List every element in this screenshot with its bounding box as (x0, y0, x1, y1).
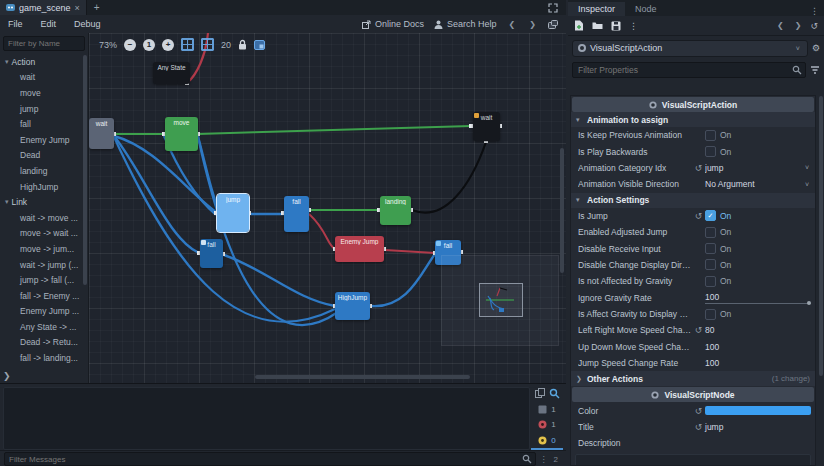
graph-node-fall-1[interactable]: fall (200, 239, 223, 268)
new-resource-icon[interactable] (574, 20, 584, 31)
tree-item[interactable]: wait (0, 70, 82, 86)
checkbox[interactable] (705, 243, 716, 254)
tree-item[interactable]: wait -> move ... (0, 210, 82, 226)
tab-node[interactable]: Node (625, 2, 667, 16)
filter-messages-input[interactable] (5, 453, 535, 465)
zoom-in-button[interactable]: + (162, 39, 174, 51)
slider-track[interactable] (705, 303, 811, 304)
tree-item[interactable]: move -> jum... (0, 241, 82, 257)
new-tab-button[interactable]: + (87, 2, 107, 13)
tree-item[interactable]: move -> wait ... (0, 226, 82, 242)
checkbox[interactable] (705, 146, 716, 157)
history-forward-button[interactable]: ❯ (527, 20, 538, 29)
snap-distance-icon[interactable] (201, 38, 214, 51)
menu-edit[interactable]: Edit (33, 17, 65, 31)
expand-bottom-left-button[interactable]: ❯ (3, 371, 11, 381)
minimap-toggle-icon[interactable] (254, 40, 265, 50)
graph-node-wait-2[interactable]: wait (473, 112, 500, 141)
load-resource-icon[interactable] (592, 21, 603, 30)
graph-node-enemy-jump[interactable]: Enemy Jump (335, 236, 384, 262)
dropdown-value[interactable]: No Argument (705, 179, 801, 189)
revert-icon[interactable]: ↺ (692, 325, 705, 335)
revert-icon[interactable]: ↺ (692, 211, 705, 221)
filter-sort-icon[interactable] (810, 65, 820, 75)
graph-horizontal-scrollbar[interactable] (255, 375, 470, 379)
tree-item[interactable]: fall -> Enemy ... (0, 288, 82, 304)
tree-item[interactable]: fall -> landing... (0, 350, 82, 366)
tree-item[interactable]: Dead (0, 148, 82, 164)
warnings-filter-toggle[interactable]: 0 (538, 434, 555, 447)
tree-item[interactable]: Enemy Jump ... (0, 304, 82, 320)
revert-icon[interactable]: ↺ (692, 163, 705, 173)
lock-icon[interactable] (238, 39, 247, 50)
slider-control[interactable]: 100 (705, 292, 811, 304)
category-action-settings[interactable]: ▾Action Settings (571, 193, 815, 208)
errors-filter-toggle[interactable]: 1 (538, 419, 555, 432)
tree-scrollbar[interactable] (83, 55, 87, 285)
expand-panel-icon[interactable] (548, 3, 558, 13)
graph-node-jump[interactable]: jump (217, 194, 249, 232)
text-value[interactable]: jump (705, 422, 723, 432)
tree-item[interactable]: move (0, 85, 82, 101)
revert-icon[interactable]: ↺ (692, 406, 705, 416)
menu-debug[interactable]: Debug (66, 17, 109, 31)
resource-options-icon[interactable]: ⚙ (812, 43, 820, 53)
messages-filter-toggle[interactable]: 1 (538, 403, 555, 416)
tree-item[interactable]: Enemy Jump (0, 132, 82, 148)
tree-item[interactable]: landing (0, 163, 82, 179)
description-textarea[interactable] (575, 454, 811, 466)
tree-item[interactable]: fall (0, 116, 82, 132)
filter-by-name-input[interactable] (4, 37, 84, 50)
graph-node-wait[interactable]: wait (89, 118, 114, 149)
tree-group-link[interactable]: ▾Link (0, 194, 82, 210)
graph-vertical-scrollbar[interactable] (560, 148, 564, 273)
checkbox[interactable] (705, 276, 716, 287)
graph-node-fall-2[interactable]: fall (284, 196, 309, 232)
color-swatch[interactable] (705, 406, 811, 415)
resource-menu-dots-icon[interactable]: ⋮ (629, 21, 638, 31)
history-icon[interactable]: ↺ (810, 21, 818, 31)
save-resource-icon[interactable] (611, 21, 621, 31)
online-docs-button[interactable]: Online Docs (362, 19, 424, 29)
graph-node-landing[interactable]: landing (380, 196, 411, 225)
tree-item[interactable]: HighJump (0, 179, 82, 195)
panel-menu-icon[interactable]: ⋮ (810, 6, 824, 16)
graph-node-move[interactable]: move (165, 117, 198, 151)
zoom-reset-button[interactable]: 1 (143, 39, 155, 51)
graph-node-any-state[interactable]: Any State (153, 62, 190, 84)
output-log-area[interactable] (3, 387, 530, 450)
inspector-back-button[interactable]: ❮ (775, 21, 786, 30)
menu-dots-icon[interactable]: ⋮ (540, 455, 548, 464)
snap-grid-icon[interactable] (181, 38, 194, 51)
number-value[interactable]: 80 (705, 325, 714, 335)
number-value[interactable]: 100 (705, 342, 719, 352)
state-machine-graph-canvas[interactable]: 73% − 1 + 20 Any Statewaitmovejumpfallfa… (89, 33, 566, 383)
snap-step-value[interactable]: 20 (221, 40, 231, 50)
dropdown-value[interactable]: jump (705, 163, 801, 173)
float-panel-icon[interactable] (548, 20, 558, 29)
tree-item[interactable]: Dead -> Retu... (0, 335, 82, 351)
copy-icon[interactable] (535, 388, 545, 398)
checkbox[interactable] (705, 259, 716, 270)
minimap-camera-rect[interactable] (479, 283, 523, 317)
checkbox[interactable] (705, 130, 716, 141)
filter-properties-input[interactable] (573, 63, 805, 77)
inspector-scrollbar[interactable] (819, 96, 823, 376)
revert-icon[interactable]: ↺ (692, 422, 705, 432)
category-other-actions[interactable]: ❯Other Actions(1 change) (571, 371, 815, 386)
inspector-forward-button[interactable]: ❯ (793, 21, 804, 30)
number-value[interactable]: 100 (705, 358, 719, 368)
checkbox[interactable] (705, 227, 716, 238)
resource-dropdown[interactable]: VisualScriptAction ˅ (572, 40, 808, 57)
menu-file[interactable]: File (0, 17, 31, 31)
tab-game-scene[interactable]: game_scene × (0, 0, 87, 15)
tab-inspector[interactable]: Inspector (568, 2, 625, 16)
tab-close-icon[interactable]: × (75, 3, 80, 13)
tree-item[interactable]: Any State -> ... (0, 319, 82, 335)
search-help-button[interactable]: Search Help (434, 19, 497, 29)
tree-group-action[interactable]: ▾Action (0, 54, 82, 70)
graph-minimap[interactable] (441, 255, 559, 346)
slider-value[interactable]: 100 (705, 292, 811, 302)
zoom-out-button[interactable]: − (124, 39, 136, 51)
history-back-button[interactable]: ❮ (507, 20, 518, 29)
